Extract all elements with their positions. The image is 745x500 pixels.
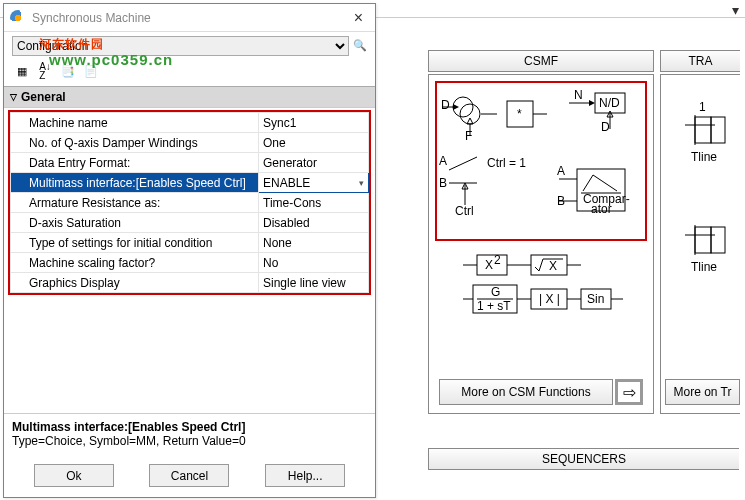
- dialog-titlebar: Synchronous Machine ×: [4, 4, 375, 32]
- prop-row: Graphics DisplaySingle line view: [11, 273, 369, 293]
- prop-row: Machine scaling factor?No: [11, 253, 369, 273]
- prop-row: Data Entry Format:Generator: [11, 153, 369, 173]
- ok-button[interactable]: Ok: [34, 464, 114, 487]
- svg-text:1: 1: [699, 100, 706, 114]
- tra-header[interactable]: TRA: [660, 50, 740, 72]
- prop-row: No. of Q-axis Damper WindingsOne: [11, 133, 369, 153]
- property-grid-highlight: Machine nameSync1 No. of Q-axis Damper W…: [8, 110, 371, 295]
- svg-text:X: X: [549, 259, 557, 273]
- svg-text:| X |: | X |: [539, 292, 560, 306]
- more-csm-button[interactable]: More on CSM Functions ⇨: [439, 379, 643, 405]
- svg-rect-59: [711, 117, 725, 143]
- general-category-header[interactable]: ▽ General: [4, 86, 375, 108]
- prop-row: Machine nameSync1: [11, 113, 369, 133]
- arrow-right-icon[interactable]: ⇨: [615, 379, 643, 405]
- svg-text:2: 2: [494, 253, 501, 267]
- app-icon: [10, 10, 26, 26]
- expand-icon[interactable]: 📑: [58, 62, 78, 80]
- svg-rect-63: [695, 227, 711, 253]
- search-icon[interactable]: 🔍: [353, 39, 367, 53]
- property-area: ▽ General Machine nameSync1 No. of Q-axi…: [4, 86, 375, 497]
- more-tr-label: More on Tr: [665, 379, 740, 405]
- close-icon[interactable]: ×: [348, 9, 369, 27]
- svg-text:X: X: [485, 258, 493, 272]
- svg-text:Tline: Tline: [691, 150, 717, 164]
- svg-text:1 + sT: 1 + sT: [477, 299, 511, 313]
- sort-icon[interactable]: A↓Z: [35, 62, 55, 80]
- csmf-highlight: [435, 81, 647, 241]
- more-tr-button[interactable]: More on Tr: [665, 379, 740, 405]
- config-row: Configuration 🔍: [4, 32, 375, 60]
- categorize-icon[interactable]: ▦: [12, 62, 32, 80]
- synchronous-machine-dialog: Synchronous Machine × 河东软件园 www.pc0359.c…: [3, 3, 376, 498]
- hint-title: Multimass interface:[Enables Speed Ctrl]: [12, 420, 367, 434]
- property-grid[interactable]: Machine nameSync1 No. of Q-axis Damper W…: [10, 112, 369, 293]
- dialog-title: Synchronous Machine: [32, 11, 348, 25]
- menu-dropdown-icon[interactable]: ▾: [732, 2, 739, 18]
- prop-row: D-axis SaturationDisabled: [11, 213, 369, 233]
- csmf-panel[interactable]: D F * N N/D D Ctrl = 1 A B Ctrl A B: [428, 74, 654, 414]
- csmf-header[interactable]: CSMF: [428, 50, 654, 72]
- chevron-down-icon: ▾: [359, 178, 364, 188]
- tra-diagram: 1 Tline Tline: [661, 75, 741, 375]
- sequencers-header[interactable]: SEQUENCERS: [428, 448, 739, 470]
- hint-desc: Type=Choice, Symbol=MM, Return Value=0: [12, 434, 367, 448]
- svg-rect-58: [695, 117, 711, 143]
- prop-row: Armature Resistance as:Time-Cons: [11, 193, 369, 213]
- help-button[interactable]: Help...: [265, 464, 345, 487]
- tra-panel[interactable]: 1 Tline Tline More on Tr: [660, 74, 740, 414]
- dialog-button-bar: Ok Cancel Help...: [4, 454, 375, 497]
- svg-rect-64: [711, 227, 725, 253]
- svg-text:Sin: Sin: [587, 292, 604, 306]
- collapse-icon[interactable]: 📄: [81, 62, 101, 80]
- svg-text:Tline: Tline: [691, 260, 717, 274]
- property-hint: Multimass interface:[Enables Speed Ctrl]…: [4, 413, 375, 454]
- general-label: General: [21, 90, 66, 104]
- configuration-select[interactable]: Configuration: [12, 36, 349, 56]
- property-toolbar: ▦ A↓Z 📑 📄: [4, 60, 375, 86]
- more-csm-label: More on CSM Functions: [439, 379, 613, 405]
- palette-canvas: CSMF TRA D F * N N/D: [378, 20, 745, 500]
- cancel-button[interactable]: Cancel: [149, 464, 229, 487]
- chevron-down-icon: ▽: [10, 92, 17, 102]
- svg-text:G: G: [491, 285, 500, 299]
- prop-row-selected: Multimass interface:[Enables Speed Ctrl]…: [11, 173, 369, 193]
- prop-row: Type of settings for initial conditionNo…: [11, 233, 369, 253]
